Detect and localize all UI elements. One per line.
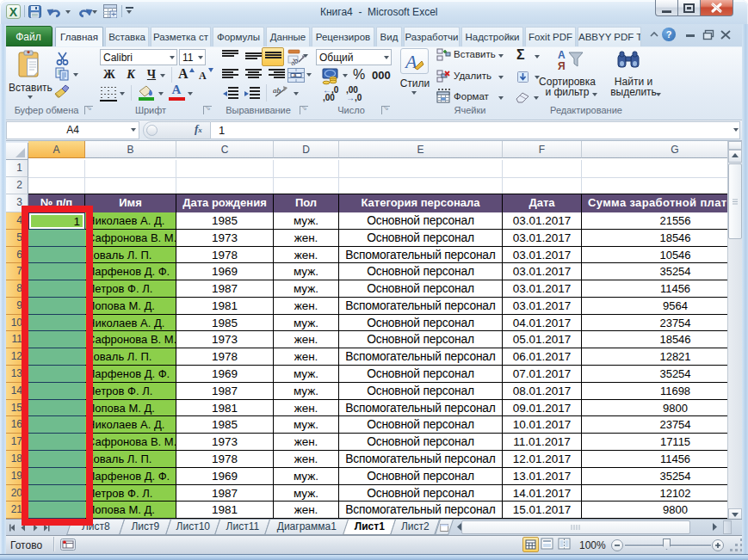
svg-text:Я: Я: [558, 60, 566, 71]
svg-text:А: А: [558, 49, 566, 61]
svg-text:A: A: [405, 51, 417, 72]
